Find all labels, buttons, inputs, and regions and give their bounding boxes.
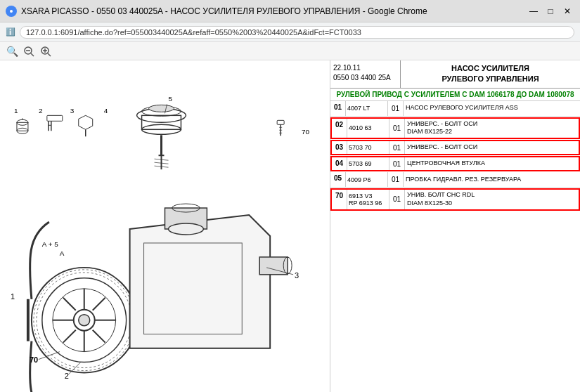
part-qty: 01: [389, 157, 405, 170]
part-qty: 01: [389, 190, 405, 209]
svg-text:5: 5: [168, 95, 172, 103]
part-ref: 4009 P6: [346, 172, 388, 187]
table-row[interactable]: 014007 LT01НАСОС РУЛЕВОГО УСИЛИТЕЛЯ ASS: [330, 101, 580, 117]
window-controls[interactable]: — □ ✕: [527, 4, 574, 18]
part-desc: ПРОБКА ГИДРАВЛ. РЕЗ. РЕЗЕРВУАРА: [404, 172, 580, 187]
table-row[interactable]: 054009 P601ПРОБКА ГИДРАВЛ. РЕЗ. РЕЗЕРВУА…: [330, 172, 580, 188]
header-ref: 0550 03 4400 25A: [333, 73, 397, 83]
minimize-button[interactable]: —: [527, 4, 541, 18]
address-input[interactable]: [20, 26, 574, 39]
close-button[interactable]: ✕: [560, 4, 574, 18]
svg-text:A: A: [60, 249, 65, 257]
green-row: РУЛЕВОЙ ПРИВОД С УСИЛИТЕЛЕМ С DAM 106617…: [330, 89, 580, 101]
title-bar: XSARA PICASSO - 0550 03 440025A - НАСОС …: [0, 0, 580, 22]
part-qty: 01: [389, 119, 405, 138]
part-desc: УНИВЕРС. - БОЛТ ОСИ: [405, 141, 579, 154]
info-icon: ℹ️: [6, 27, 15, 37]
svg-point-47: [79, 315, 90, 326]
svg-text:4: 4: [104, 107, 108, 115]
svg-line-3: [31, 53, 34, 56]
svg-text:70: 70: [30, 355, 38, 364]
parts-header: 22.10.11 0550 03 4400 25A НАСОС УСИЛИТЕЛ…: [330, 60, 580, 89]
svg-text:2: 2: [39, 107, 43, 115]
svg-text:1: 1: [14, 107, 18, 115]
part-desc: ЦЕНТРОВОЧНАЯ ВТУЛКА: [405, 157, 579, 170]
part-desc: УНИВ. БОЛТ СНС RDLDIAM 8X125-30: [405, 190, 579, 209]
part-number: 70: [332, 190, 347, 209]
part-number: 05: [330, 172, 346, 187]
parts-title-text: НАСОС УСИЛИТЕЛЯ РУЛЕВОГО УПРАВЛЕНИЯ: [404, 63, 577, 85]
parts-table: 014007 LT01НАСОС РУЛЕВОГО УСИЛИТЕЛЯ ASS0…: [330, 101, 580, 392]
parts-header-title: НАСОС УСИЛИТЕЛЯ РУЛЕВОГО УПРАВЛЕНИЯ: [401, 60, 580, 88]
svg-text:3: 3: [295, 271, 299, 280]
svg-text:A + 5: A + 5: [42, 240, 58, 248]
search-icon[interactable]: 🔍: [6, 45, 18, 58]
part-ref: 4010 63: [347, 119, 389, 138]
part-desc: НАСОС РУЛЕВОГО УСИЛИТЕЛЯ ASS: [404, 101, 580, 116]
part-number: 01: [330, 101, 346, 116]
title-bar-left: XSARA PICASSO - 0550 03 440025A - НАСОС …: [6, 6, 427, 17]
svg-text:1: 1: [11, 292, 15, 301]
toolbar: 🔍: [0, 42, 580, 60]
table-row[interactable]: 024010 6301УНИВЕРС. - БОЛТ ОСИDIAM 8X125…: [330, 117, 580, 139]
svg-point-26: [149, 105, 174, 112]
window-title: XSARA PICASSO - 0550 03 440025A - НАСОС …: [21, 6, 427, 16]
svg-text:2: 2: [65, 372, 69, 380]
part-ref: 5703 69: [347, 157, 389, 170]
part-ref: 6913 V3RP 6913 96: [347, 190, 389, 209]
part-number: 02: [332, 119, 347, 138]
diagram-area: 1 2 3 4: [0, 60, 330, 392]
maximize-button[interactable]: □: [543, 4, 558, 18]
diagram-svg: 1 2 3 4: [0, 60, 330, 392]
main-content: 1 2 3 4: [0, 60, 580, 392]
part-qty: 01: [388, 172, 404, 187]
parts-header-left: 22.10.11 0550 03 4400 25A: [330, 60, 401, 88]
table-row[interactable]: 035703 7001УНИВЕРС. - БОЛТ ОСИ: [330, 140, 580, 155]
header-date: 22.10.11: [333, 63, 397, 73]
address-bar: ℹ️: [0, 22, 580, 42]
table-row[interactable]: 706913 V3RP 6913 9601УНИВ. БОЛТ СНС RDLD…: [330, 188, 580, 210]
svg-point-1: [10, 10, 13, 13]
part-ref: 4007 LT: [346, 101, 388, 116]
svg-text:70: 70: [302, 128, 310, 136]
svg-line-6: [48, 53, 51, 56]
zoom-out-icon[interactable]: [22, 45, 35, 58]
part-ref: 5703 70: [347, 141, 389, 154]
part-qty: 01: [388, 101, 404, 116]
svg-point-63: [168, 223, 203, 235]
part-desc: УНИВЕРС. - БОЛТ ОСИDIAM 8X125-22: [405, 119, 579, 138]
table-row[interactable]: 045703 6901ЦЕНТРОВОЧНАЯ ВТУЛКА: [330, 156, 580, 171]
parts-area: 22.10.11 0550 03 4400 25A НАСОС УСИЛИТЕЛ…: [330, 60, 580, 392]
part-qty: 01: [389, 141, 405, 154]
zoom-in-icon[interactable]: [39, 45, 52, 58]
part-number: 03: [332, 141, 347, 154]
part-number: 04: [332, 157, 347, 170]
svg-text:3: 3: [70, 107, 75, 115]
chrome-icon: [6, 6, 17, 17]
